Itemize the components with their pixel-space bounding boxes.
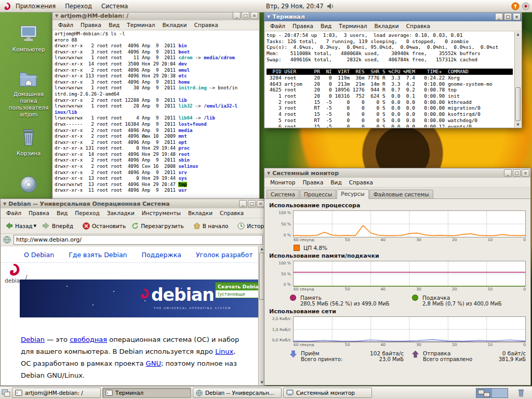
desktop-icon-trash[interactable]: Корзина: [5, 128, 52, 157]
back-button[interactable]: Назад▼: [3, 220, 39, 231]
text-link[interactable]: Debian: [21, 336, 45, 343]
panel-menu-Система[interactable]: Система: [97, 0, 132, 12]
menu-item-Вид[interactable]: Вид: [317, 22, 335, 30]
menu-item-Монитор[interactable]: Монитор: [267, 179, 299, 186]
taskbar-button-Терминал[interactable]: Терминал: [102, 388, 191, 398]
close-button[interactable]: ×: [250, 12, 258, 19]
network-legend: Приём102 байта/с Всего принято:23,0 МиБ …: [290, 350, 526, 362]
axis-tick-label: 10: [488, 237, 493, 243]
swap-color-swatch[interactable]: [412, 295, 418, 301]
menu-item-Файл[interactable]: Файл: [267, 22, 289, 30]
taskbar-button-Debian -- Универсальн...[interactable]: Debian -- Универсальн...: [193, 388, 282, 398]
close-button[interactable]: ×: [257, 200, 264, 207]
forward-button[interactable]: Вперёд: [39, 220, 76, 231]
site-nav-link[interactable]: Где взять Debian: [69, 251, 127, 259]
window-menu-icon[interactable]: ▼: [55, 14, 58, 18]
menu-item-Справка[interactable]: Справка: [216, 209, 247, 217]
minimize-button[interactable]: _: [239, 200, 247, 207]
minimize-button[interactable]: _: [233, 12, 241, 19]
menu-item-Закладки[interactable]: Закладки: [103, 209, 138, 217]
text-link[interactable]: свободная: [70, 336, 107, 343]
terminal2-scrollbar[interactable]: ▲ ▼: [514, 32, 521, 127]
home-icon: [193, 222, 201, 229]
menu-item-Файл[interactable]: Файл: [55, 21, 77, 29]
panel-menu-Переход[interactable]: Переход: [60, 0, 97, 12]
terminal2-text-area[interactable]: top - 20:47:54 up 1:03, 3 users, load av…: [265, 32, 514, 127]
volume-icon[interactable]: [327, 3, 335, 10]
window-menu-icon[interactable]: ▼: [267, 15, 270, 19]
tab-processes[interactable]: Процессы: [300, 190, 336, 198]
workspace-1[interactable]: [476, 389, 492, 397]
download-box[interactable]: Скачать Debian 6.0 (установщи: [215, 282, 258, 298]
maximize-button[interactable]: □: [513, 169, 521, 177]
cpu-color-swatch[interactable]: [294, 245, 300, 251]
text-link[interactable]: GNU: [146, 360, 161, 367]
window-menu-icon[interactable]: ▼: [267, 171, 270, 176]
tab-system[interactable]: Система: [267, 190, 299, 198]
menu-item-Вкладки[interactable]: Вкладки: [371, 22, 403, 30]
paragraph-line: для вашего компьютера. В Debian использу…: [21, 345, 258, 357]
address-input[interactable]: [14, 235, 263, 245]
menu-item-Вид[interactable]: Вид: [327, 179, 345, 186]
tab-filesystems[interactable]: Файловые системы: [369, 190, 433, 198]
site-nav-link[interactable]: Поддержка: [142, 251, 181, 259]
tray-status-icon[interactable]: [522, 2, 530, 10]
tab-resources[interactable]: Ресурсы: [337, 189, 369, 199]
menu-item-Переход[interactable]: Переход: [71, 209, 103, 217]
axis-tick-label: 40: [381, 237, 386, 243]
taskbar-button-Системный монитор[interactable]: Системный монитор: [283, 388, 372, 398]
workspace-2[interactable]: [492, 389, 508, 397]
update-notifier-icon[interactable]: [511, 2, 520, 10]
menu-item-Справка[interactable]: Справка: [403, 22, 434, 30]
text-link[interactable]: Linux: [215, 348, 233, 355]
clock-text[interactable]: Втр, 29 Ноя, 20:47: [266, 3, 324, 10]
menu-item-Справка[interactable]: Справка: [345, 179, 377, 186]
scroll-up-icon[interactable]: ▲: [515, 32, 521, 36]
menu-item-Вид[interactable]: Вид: [105, 21, 123, 29]
home-button[interactable]: В начало: [191, 220, 231, 231]
site-nav-link[interactable]: Уголок разработ: [196, 251, 252, 259]
scroll-thumb[interactable]: [515, 87, 521, 121]
close-button[interactable]: ×: [522, 169, 529, 177]
menu-item-Справка[interactable]: Справка: [191, 21, 222, 29]
menu-item-Правка[interactable]: Правка: [25, 209, 53, 217]
trash-applet-icon[interactable]: [517, 389, 525, 397]
download-title[interactable]: Скачать Debian 6.0: [216, 283, 258, 290]
scroll-down-icon[interactable]: ▼: [515, 123, 521, 127]
terminal1-text-area[interactable]: artjom@HM-debian:/$ ls -lитого 88drwxr-x…: [53, 31, 259, 203]
desktop-icon-computer[interactable]: Компьютер: [5, 24, 52, 53]
close-button[interactable]: ×: [513, 13, 521, 20]
browser-titlebar[interactable]: ▼ Debian -- Универсальная Операционная С…: [1, 199, 265, 208]
terminal-icon: [15, 390, 22, 396]
terminal2-titlebar[interactable]: ▼ Терминал _ □ ×: [264, 12, 522, 21]
terminal-line: drwxr-xr-x 2 root root 4096 Июн 10 2009 …: [55, 134, 257, 140]
menu-item-Вид[interactable]: Вид: [53, 209, 71, 217]
show-desktop-icon[interactable]: [2, 389, 10, 397]
memory-color-swatch[interactable]: [290, 295, 296, 301]
menu-item-Терминал[interactable]: Терминал: [335, 22, 370, 30]
menu-item-Правка[interactable]: Правка: [289, 22, 317, 30]
menu-item-Терминал[interactable]: Терминал: [123, 21, 158, 29]
taskbar-button-artjom@HM-debian: /[interactable]: artjom@HM-debian: /: [12, 388, 101, 398]
menu-item-Файл[interactable]: Файл: [3, 209, 25, 217]
menu-item-Вкладки[interactable]: Вкладки: [159, 21, 191, 29]
maximize-button[interactable]: □: [248, 200, 256, 207]
menu-item-Правка[interactable]: Правка: [299, 179, 327, 186]
reload-button[interactable]: Перезагрузить: [129, 220, 187, 232]
site-nav-link[interactable]: О Debian: [24, 251, 54, 259]
minimize-button[interactable]: _: [504, 169, 512, 177]
banner-swirl-icon: [138, 288, 150, 299]
maximize-button[interactable]: □: [504, 13, 512, 20]
desktop-icon-home[interactable]: Домашняя папка пользователя artjom: [5, 71, 52, 118]
menu-item-Правка[interactable]: Правка: [77, 21, 105, 29]
window-menu-icon[interactable]: ▼: [3, 202, 6, 206]
clock-applet[interactable]: Втр, 29 Ноя, 20:47: [266, 0, 335, 12]
maximize-button[interactable]: □: [242, 12, 249, 19]
menu-item-Инструменты[interactable]: Инструменты: [138, 209, 184, 217]
terminal-line: drwxr-xr-x 14 root root 4096 Ноя 29 19:4…: [55, 152, 257, 158]
stop-button[interactable]: Остановить: [80, 220, 128, 232]
panel-menu-Приложения[interactable]: Приложения: [11, 0, 60, 12]
menu-item-Вкладки[interactable]: Вкладки: [184, 209, 216, 217]
minimize-button[interactable]: _: [495, 13, 503, 20]
sysmon-titlebar[interactable]: ▼ Системный монитор _ □ ×: [264, 168, 530, 178]
